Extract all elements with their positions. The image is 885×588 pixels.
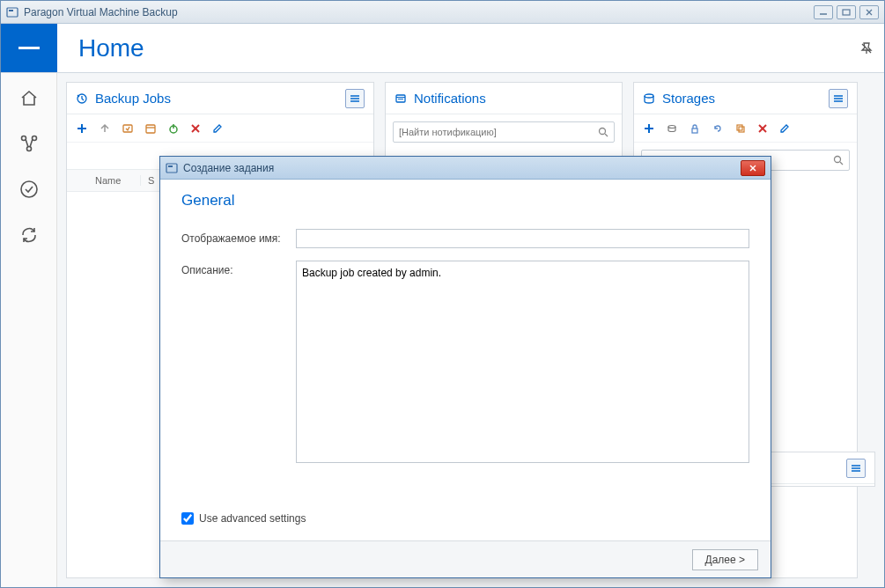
search-icon[interactable]: [833, 155, 844, 165]
power-icon[interactable]: [167, 122, 180, 135]
page-title: Home: [57, 24, 849, 72]
display-name-field[interactable]: [296, 229, 749, 248]
close-button[interactable]: [859, 5, 879, 19]
advanced-settings-row[interactable]: Use advanced settings: [181, 512, 306, 525]
edit-icon[interactable]: [211, 122, 224, 135]
panel-menu-button[interactable]: [345, 89, 365, 108]
copy-icon[interactable]: [734, 122, 747, 135]
edit-icon[interactable]: [778, 122, 791, 135]
advanced-settings-checkbox[interactable]: [181, 512, 194, 525]
restore-icon[interactable]: [122, 122, 134, 135]
description-label: Описание:: [181, 261, 296, 276]
create-job-dialog: Создание задания General Отображаемое им…: [159, 156, 771, 578]
svg-point-10: [21, 181, 37, 197]
refresh-icon[interactable]: [712, 122, 724, 135]
search-input[interactable]: [399, 127, 598, 137]
dialog-title: Создание задания: [183, 162, 741, 174]
svg-rect-37: [737, 125, 742, 130]
description-field[interactable]: [296, 261, 749, 463]
dialog-close-button[interactable]: [741, 160, 765, 176]
add-icon[interactable]: [643, 122, 655, 135]
panel-title: Backup Jobs: [95, 91, 345, 106]
svg-point-29: [645, 94, 653, 98]
col-name[interactable]: Name: [88, 175, 141, 186]
delete-icon[interactable]: [190, 123, 201, 134]
workflow-icon[interactable]: [15, 129, 43, 158]
svg-rect-18: [146, 125, 155, 133]
svg-rect-46: [166, 164, 177, 173]
svg-point-35: [668, 125, 675, 128]
backup-icon: [76, 92, 88, 105]
search-icon[interactable]: [598, 127, 608, 137]
svg-point-41: [835, 157, 841, 163]
panel-title: Storages: [662, 91, 829, 106]
disk-icon[interactable]: [666, 122, 678, 135]
notification-search[interactable]: [393, 121, 615, 143]
app-title: Paragon Virtual Machine Backup: [24, 6, 814, 18]
app-titlebar: Paragon Virtual Machine Backup: [1, 1, 884, 24]
pin-icon[interactable]: [849, 24, 884, 72]
svg-line-28: [605, 134, 608, 136]
minimize-button[interactable]: [814, 5, 833, 19]
svg-rect-38: [739, 127, 744, 132]
lock-icon[interactable]: [689, 122, 701, 135]
svg-point-27: [600, 129, 606, 135]
svg-rect-47: [168, 165, 173, 167]
dialog-icon: [166, 162, 178, 174]
panel-menu-button[interactable]: [846, 459, 866, 478]
delete-icon[interactable]: [757, 123, 768, 134]
notifications-icon: [395, 92, 407, 105]
import-icon[interactable]: [99, 122, 111, 135]
svg-rect-1: [9, 10, 13, 11]
app-icon: [6, 6, 18, 18]
dialog-section-title: General: [181, 192, 749, 209]
menu-toggle-button[interactable]: [1, 24, 57, 72]
schedule-icon[interactable]: [144, 122, 157, 135]
display-name-label: Отображаемое имя:: [181, 229, 296, 245]
svg-rect-0: [7, 8, 18, 17]
sync-icon[interactable]: [15, 221, 43, 249]
maximize-button[interactable]: [837, 5, 856, 19]
svg-rect-3: [843, 10, 850, 15]
sidebar: [1, 73, 57, 587]
dialog-titlebar[interactable]: Создание задания: [160, 157, 771, 180]
advanced-settings-label: Use advanced settings: [199, 512, 306, 525]
panel-title: Notifications: [414, 91, 613, 106]
check-icon[interactable]: [15, 175, 43, 203]
home-icon[interactable]: [15, 84, 43, 112]
next-button[interactable]: Далее >: [692, 549, 759, 570]
add-icon[interactable]: [76, 122, 88, 135]
panel-menu-button[interactable]: [829, 89, 848, 108]
svg-line-42: [840, 162, 843, 165]
svg-rect-36: [692, 129, 697, 133]
storage-icon: [643, 92, 655, 105]
